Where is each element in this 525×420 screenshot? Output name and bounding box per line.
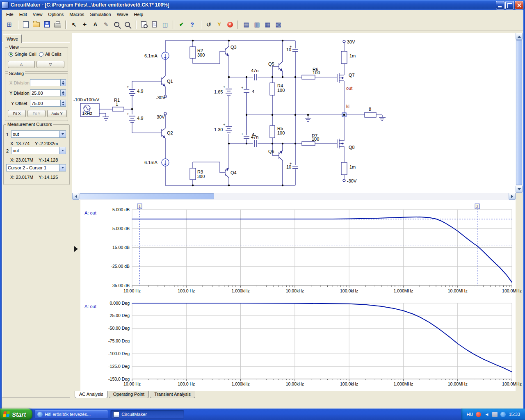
- cursor2-index: 2: [6, 148, 9, 153]
- cursor2-dropdown-icon[interactable]: [59, 147, 66, 154]
- cursor2-x-value: X: 23.017M: [10, 158, 33, 162]
- print-icon: [54, 23, 61, 27]
- plot-pane-splitter[interactable]: [74, 246, 78, 252]
- parts-browser-button[interactable]: ⊞: [4, 20, 14, 30]
- task-label: Hifi erősítők tervezés...: [45, 412, 91, 417]
- waveform-plot-area[interactable]: 5.000 dB-5.000 dB-15.00 dB-25.00 dB-35.0…: [80, 200, 516, 391]
- probe-tool-button[interactable]: Y: [214, 20, 224, 30]
- tray-icon-messenger[interactable]: [500, 412, 506, 417]
- y-offset-field: [30, 100, 66, 107]
- y-tick-label: -100.0 Deg: [108, 351, 130, 356]
- select-arrow-button[interactable]: ↖: [69, 20, 79, 30]
- scroll-up-button[interactable]: [516, 33, 523, 40]
- cursor2-signal-select[interactable]: out: [11, 147, 66, 154]
- taskbar-clock[interactable]: 15:33: [509, 412, 520, 417]
- auto-y-button[interactable]: Auto Y: [47, 110, 67, 117]
- y-offset-input[interactable]: [30, 100, 60, 106]
- open-file-button[interactable]: [31, 20, 41, 30]
- fit-y-button[interactable]: Fit Y: [27, 110, 46, 117]
- single-cell-radio[interactable]: Single Cell: [9, 52, 37, 57]
- scroll-right-button[interactable]: [509, 193, 516, 200]
- task-label: CircuitMaker: [121, 412, 147, 417]
- cursor-diff-select[interactable]: Cursor 2 - Cursor 1: [6, 164, 66, 171]
- menu-file[interactable]: File: [3, 11, 16, 18]
- schematic-canvas[interactable]: -100u/100uV1kHzR114.94.9Q1Q2-30V30V6.1mA…: [72, 33, 516, 193]
- maximize-button[interactable]: [505, 1, 514, 9]
- menu-simulation[interactable]: Simulation: [87, 11, 114, 18]
- wave-up-button[interactable]: △: [8, 61, 35, 68]
- start-button[interactable]: Start: [0, 409, 32, 420]
- vertical-scroll-thumb[interactable]: [516, 40, 522, 185]
- menu-view[interactable]: View: [30, 11, 46, 18]
- menu-wave[interactable]: Wave: [114, 11, 131, 18]
- y-offset-spinner[interactable]: [60, 100, 66, 106]
- split-view-button[interactable]: ◫: [160, 20, 170, 30]
- wave-split-button[interactable]: ▥: [252, 20, 262, 30]
- new-file-button[interactable]: [21, 20, 31, 30]
- zoom-in-tool-button[interactable]: [112, 20, 122, 30]
- series-label: A: out: [84, 210, 96, 215]
- horizontal-scroll-thumb[interactable]: [80, 193, 214, 199]
- cursor1-x-value: X: 13.774: [10, 141, 30, 146]
- schematic-label: 6.1mA: [144, 160, 158, 165]
- x-division-input[interactable]: [30, 80, 60, 86]
- stop-simulation-icon: ✕: [227, 22, 233, 27]
- find-doc-button[interactable]: [139, 20, 149, 30]
- language-indicator[interactable]: HU: [467, 412, 473, 417]
- stop-simulation-button[interactable]: ✕: [225, 20, 235, 30]
- schematic-label: 47n: [251, 68, 258, 73]
- zoom-tool-button[interactable]: [122, 20, 132, 30]
- wave-overlay-button[interactable]: ▦: [262, 20, 273, 30]
- edit-tool-button[interactable]: ✎: [101, 20, 111, 30]
- x-tick-label: 100.0MHz: [502, 288, 522, 293]
- tab-ac-analysis[interactable]: AC Analysis: [75, 391, 108, 398]
- menu-edit[interactable]: Edit: [16, 11, 30, 18]
- wave-cascade-button[interactable]: ▩: [273, 20, 283, 30]
- taskbar-task-0[interactable]: Hifi erősítők tervezés...: [34, 410, 108, 419]
- undo-button[interactable]: ↺: [203, 20, 214, 30]
- tab-transient-analysis[interactable]: Transient Analysis: [150, 391, 195, 398]
- x-tick-label: 10.00 Hz: [123, 381, 141, 386]
- x-division-label: X Division: [9, 80, 30, 85]
- menu-macros[interactable]: Macros: [66, 11, 87, 18]
- cursor-diff-dropdown-icon[interactable]: [59, 164, 66, 171]
- menu-help[interactable]: Help: [131, 11, 146, 18]
- y-division-label: Y Division: [9, 91, 30, 96]
- x-division-spinner[interactable]: [60, 80, 66, 86]
- wave-single-button[interactable]: ▤: [241, 20, 251, 30]
- print-button[interactable]: [52, 20, 63, 30]
- title-bar: CircuitMaker - [C:\Program Files\...\buf…: [0, 0, 525, 10]
- x-tick-label: 100.0MHz: [502, 381, 522, 386]
- help-button[interactable]: ?: [187, 20, 197, 30]
- y-division-input[interactable]: [30, 90, 60, 96]
- menu-options[interactable]: Options: [45, 11, 66, 18]
- place-part-button[interactable]: +: [80, 20, 90, 30]
- cursor1-signal-select[interactable]: out: [11, 130, 66, 138]
- waveform-doc-button[interactable]: ≈: [149, 20, 160, 30]
- wave-tab[interactable]: Wave: [3, 34, 22, 43]
- all-cells-radio[interactable]: All Cells: [39, 52, 62, 57]
- check-simulation-button[interactable]: ✔: [176, 20, 187, 30]
- save-file-button[interactable]: [42, 20, 52, 30]
- minimize-button[interactable]: [496, 1, 504, 9]
- schematic-vertical-scrollbar[interactable]: [516, 33, 523, 193]
- close-button[interactable]: [515, 1, 523, 9]
- y-division-spinner[interactable]: [60, 90, 66, 96]
- tab-operating-point[interactable]: Operating Point: [109, 391, 149, 398]
- taskbar-task-1[interactable]: CircuitMaker: [110, 410, 184, 419]
- scaling-group: Scaling X Division Y Division Y Offset F…: [5, 73, 68, 121]
- text-tool-button[interactable]: A: [90, 20, 100, 30]
- wave-down-button[interactable]: ▽: [37, 61, 64, 68]
- tray-icon-device[interactable]: [492, 412, 498, 417]
- y-tick-label: -35.00 dB: [111, 283, 130, 288]
- volume-icon[interactable]: ◄: [484, 412, 489, 417]
- tray-icon-antivirus[interactable]: [476, 412, 481, 417]
- new-file-icon: [23, 21, 29, 28]
- polarity-mark: +: [290, 162, 292, 166]
- schematic-horizontal-scrollbar[interactable]: [72, 193, 516, 200]
- fit-x-button[interactable]: Fit X: [8, 110, 26, 117]
- x-tick-label: 100.0 Hz: [178, 381, 195, 386]
- scroll-left-button[interactable]: [72, 193, 79, 200]
- cursor1-dropdown-icon[interactable]: [59, 131, 66, 137]
- scroll-down-button[interactable]: [516, 186, 523, 193]
